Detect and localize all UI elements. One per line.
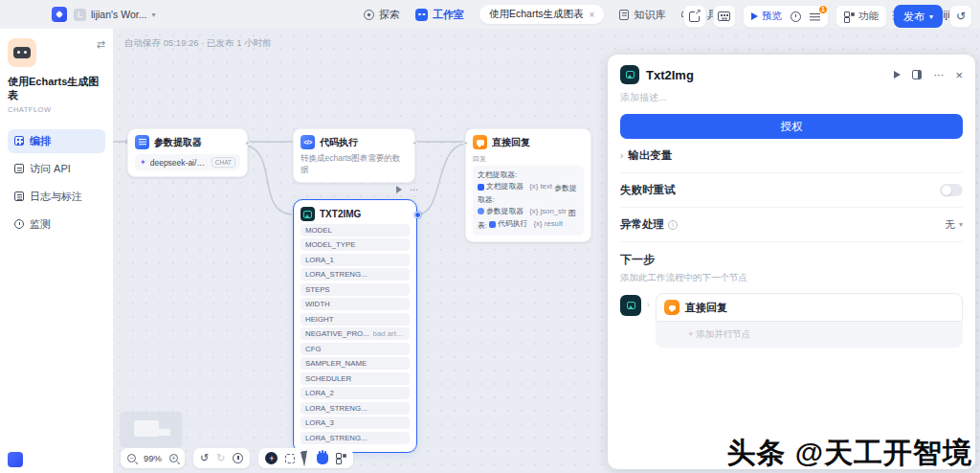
minimap[interactable] [121, 412, 182, 446]
close-icon[interactable]: × [590, 10, 595, 20]
exception-label: 异常处理 [620, 217, 664, 232]
test-settings-button[interactable]: 1 [810, 11, 820, 22]
model-name: deepseek-ai/DeepSe... [150, 158, 208, 168]
node-code-execution[interactable]: </> 代码执行 转换成echarts图表需要的数据 [293, 128, 415, 183]
app-logo-icon[interactable] [52, 7, 67, 22]
preview-button[interactable]: 预览 [751, 10, 782, 23]
retry-label: 失败时重试 [620, 183, 676, 197]
next-node-card[interactable]: 直接回复 [656, 293, 963, 322]
history-icon[interactable] [233, 453, 243, 463]
field-row: LORA_STRENG... [301, 268, 410, 281]
workspace-name: lijian's Wor... [91, 9, 146, 20]
workspace-selector[interactable]: L lijian's Wor... ▾ [74, 9, 155, 21]
txt2img-panel-icon [620, 65, 639, 84]
model-icon: ✦ [140, 158, 146, 167]
sidebar-item-label: 编排 [30, 134, 51, 148]
hand-tool-icon[interactable] [317, 453, 328, 464]
txt2img-fields: MODEL MODEL_TYPE LORA_1 LORA_STRENG... S… [301, 224, 410, 444]
nav-knowledge-label: 知识库 [634, 8, 665, 22]
app-avatar [8, 38, 36, 67]
redo-icon[interactable]: ↻ [216, 452, 225, 464]
node-hover-actions: ⋯ [396, 185, 418, 194]
chevron-down-icon: ▾ [151, 11, 155, 19]
compass-icon [364, 10, 374, 20]
node-description: 转换成echarts图表需要的数据 [301, 153, 408, 176]
field-row: LORA_2 [301, 387, 410, 399]
sidebar-item-api[interactable]: 访问 API [8, 157, 105, 181]
field-row: SAMPLER_NAME [301, 357, 410, 370]
input-port[interactable] [463, 141, 468, 146]
pointer-tool-icon[interactable] [301, 450, 312, 466]
publish-button[interactable]: 发布 ▾ [894, 5, 943, 28]
open-workflow-tab[interactable]: 使用Echarts生成图表 × [479, 5, 604, 24]
shortcuts-button[interactable] [713, 5, 736, 28]
bot-icon [415, 9, 428, 21]
canvas-toolbar: − 99% + ↺ ↻ + [121, 448, 353, 468]
undo-icon[interactable]: ↺ [200, 452, 209, 464]
node-txt2img[interactable]: TXT2IMG MODEL MODEL_TYPE LORA_1 LORA_STR… [293, 199, 417, 453]
version-history-button[interactable]: ↺ [949, 5, 972, 28]
zoom-out-icon[interactable]: − [127, 454, 136, 462]
history-icon: ↺ [956, 10, 966, 23]
select-frame-icon[interactable] [285, 454, 295, 463]
node-direct-reply[interactable]: 直接回复 回复 文档提取器: 文档提取器 {x} text 参数提取器: 参数提… [465, 128, 591, 242]
model-badge: CHAT [212, 157, 235, 168]
retry-toggle[interactable] [940, 184, 963, 196]
add-parallel-node-button[interactable]: + 添加并行节点 [656, 322, 963, 348]
code-node-icon: </> [301, 135, 315, 149]
sidebar-item-label: 监测 [30, 217, 51, 232]
features-button[interactable]: 功能 [844, 10, 879, 23]
nav-item-explore[interactable]: 探索 [364, 8, 400, 22]
close-panel-icon[interactable]: × [955, 68, 963, 82]
zoom-level[interactable]: 99% [144, 453, 162, 463]
run-node-icon[interactable] [396, 186, 402, 193]
node-title: TXT2IMG [320, 209, 361, 219]
info-icon: i [668, 220, 678, 230]
nav-item-studio[interactable]: 工作室 [415, 8, 464, 22]
run-node-icon[interactable] [894, 71, 901, 79]
output-port[interactable] [245, 141, 250, 146]
field-row: HEIGHT [301, 313, 410, 326]
collapse-sidebar-icon[interactable]: ⇄ [97, 38, 105, 51]
add-node-icon[interactable]: + [265, 452, 278, 464]
book-icon [619, 10, 629, 20]
sidebar-item-monitor[interactable]: 监测 [8, 213, 105, 236]
field-row: LORA_3 [301, 417, 410, 429]
field-row: SCHEDULER [301, 372, 410, 385]
field-row: STEPS [301, 283, 410, 296]
sidebar-item-logs[interactable]: 日志与标注 [8, 185, 105, 209]
more-icon[interactable]: ⋯ [410, 185, 418, 194]
run-history-button[interactable] [791, 11, 801, 22]
more-icon[interactable]: ⋯ [933, 69, 944, 81]
workspace-avatar: L [74, 9, 86, 21]
zoom-in-icon[interactable]: + [169, 454, 178, 462]
authorize-button[interactable]: 授权 [620, 114, 963, 139]
sidebar-item-label: 日志与标注 [30, 190, 82, 204]
output-port-selected[interactable] [414, 212, 421, 218]
canvas-header-actions: 预览 1 功能 发布 ▾ ↺ [683, 5, 972, 28]
nav-item-knowledge[interactable]: 知识库 [619, 8, 665, 22]
next-step-flow: › 直接回复 + 添加并行节点 [620, 293, 963, 348]
node-parameter-extractor[interactable]: 参数提取器 ✦ deepseek-ai/DeepSe... CHAT [127, 128, 248, 177]
autosave-status: 自动保存 05:19:26 · 已发布 1 小时前 [124, 37, 272, 50]
sidebar-item-orchestrate[interactable]: 编排 [8, 129, 105, 153]
add-parallel-label: 添加并行节点 [696, 328, 750, 339]
next-step-description: 添加此工作流程中的下一个节点 [620, 272, 963, 284]
field-row: LORA_STRENG... [301, 402, 410, 415]
chevron-down-icon: ▾ [959, 220, 963, 229]
chevron-right-icon: › [647, 300, 650, 309]
output-port[interactable] [412, 141, 417, 146]
expand-panel-icon[interactable] [912, 70, 922, 79]
description-input[interactable]: 添加描述... [620, 91, 963, 104]
share-button[interactable] [683, 5, 706, 28]
variable-chip: 参数提取器 {x} json_str [478, 206, 567, 217]
auto-layout-icon[interactable] [336, 453, 346, 463]
field-row: MODEL [301, 224, 410, 236]
exception-select[interactable]: 无 ▾ [945, 218, 963, 232]
node-config-panel: Txt2Img ⋯ × 添加描述... 授权 › 输出变量 失败时重试 异常处理… [608, 55, 975, 469]
sidebar-item-label: 访问 API [30, 162, 71, 176]
output-variables-section[interactable]: › 输出变量 [620, 139, 963, 173]
model-row: ✦ deepseek-ai/DeepSe... CHAT [135, 154, 240, 170]
logs-icon [14, 191, 24, 201]
field-row: LORA_1 [301, 254, 410, 266]
